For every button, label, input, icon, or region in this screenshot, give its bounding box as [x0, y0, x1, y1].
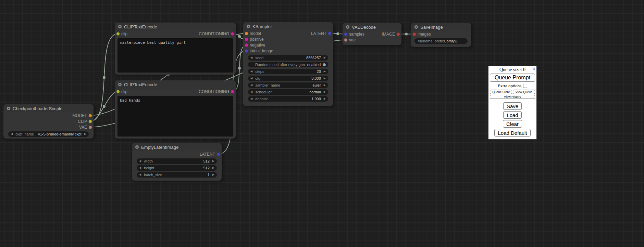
arrow-right-icon[interactable]: ▶: [324, 56, 326, 59]
node-title-bar[interactable]: KSampler: [243, 22, 333, 30]
positive-input-slot[interactable]: [245, 38, 248, 41]
sampler-name-combo-widget[interactable]: ◀ sampler_name euler ▶: [248, 82, 328, 88]
clear-button[interactable]: Clear: [503, 120, 522, 128]
widget-value: normal: [309, 90, 321, 94]
conditioning-output-slot[interactable]: [231, 32, 234, 35]
node-collapse-dot[interactable]: [118, 25, 122, 28]
widget-label: scheduler: [255, 90, 272, 94]
width-number-widget[interactable]: ◀ width 512 ▶: [137, 158, 217, 164]
node-title-bar[interactable]: VAEDecode: [343, 23, 401, 31]
view-history-button[interactable]: View History: [490, 95, 535, 99]
node-clip-text-encode-negative[interactable]: CLIPTextEncode clip CONDITIONING bad han…: [115, 80, 236, 139]
denoise-number-widget[interactable]: ◀ denoise 1.000 ▶: [248, 96, 328, 102]
extra-options-checkbox[interactable]: [523, 84, 527, 88]
extra-options-label: Extra options: [498, 83, 522, 89]
arrow-left-icon[interactable]: ◀: [250, 98, 252, 100]
arrow-right-icon[interactable]: ▶: [324, 91, 326, 93]
positive-prompt-textarea[interactable]: masterpiece best quality girl: [117, 38, 233, 73]
latent-output-slot[interactable]: [217, 153, 220, 156]
output-slot-label: CONDITIONING: [199, 89, 229, 94]
clip-input-slot[interactable]: [116, 32, 120, 35]
input-slot-label: model: [250, 31, 261, 36]
queue-prompt-button[interactable]: Queue Prompt: [490, 74, 535, 82]
batch-size-number-widget[interactable]: ◀ batch_size 1 ▶: [137, 172, 217, 178]
node-collapse-dot[interactable]: [414, 25, 418, 29]
clip-output-slot[interactable]: [89, 120, 92, 123]
arrow-left-icon[interactable]: ◀: [139, 167, 141, 169]
node-collapse-dot[interactable]: [7, 107, 10, 110]
slot-row: LATENT: [132, 151, 222, 157]
widget-value: 1.000: [311, 97, 321, 101]
load-button[interactable]: Load: [503, 111, 521, 119]
node-collapse-dot[interactable]: [346, 25, 349, 29]
arrow-right-icon[interactable]: ▶: [324, 70, 326, 73]
clip-input-slot[interactable]: [116, 90, 120, 93]
arrow-left-icon[interactable]: ◀: [250, 56, 252, 59]
arrow-right-icon[interactable]: ▶: [212, 173, 214, 176]
arrow-left-icon[interactable]: ◀: [250, 70, 252, 73]
arrow-left-icon[interactable]: ◀: [11, 133, 13, 135]
images-input-slot[interactable]: [413, 32, 416, 36]
widget-label: steps: [255, 69, 264, 74]
latent-output-slot[interactable]: [328, 32, 331, 35]
settings-gear-icon[interactable]: ⚙: [532, 67, 535, 71]
negative-prompt-textarea[interactable]: bad hands: [117, 96, 233, 136]
node-graph-canvas[interactable]: CheckpointLoaderSimple MODEL CLIP VAE ◀ …: [0, 0, 644, 247]
node-title: EmptyLatentImage: [141, 145, 178, 150]
arrow-left-icon[interactable]: ◀: [139, 173, 141, 176]
queue-front-button[interactable]: Queue Front: [490, 90, 512, 94]
node-collapse-dot[interactable]: [118, 83, 122, 86]
random-seed-toggle-widget[interactable]: Random seed after every gen enabled: [248, 62, 328, 67]
model-input-slot[interactable]: [245, 32, 248, 35]
node-title-bar[interactable]: CLIPTextEncode: [115, 23, 236, 31]
filename-prefix-text-widget[interactable]: filename_prefix ComfyUI: [414, 38, 468, 44]
node-title-bar[interactable]: SaveImage: [411, 23, 471, 31]
samples-input-slot[interactable]: [344, 32, 347, 36]
node-title-bar[interactable]: EmptyLatentImage: [132, 143, 222, 151]
slot-row: clip CONDITIONING: [115, 31, 236, 37]
latent-image-input-slot[interactable]: [245, 49, 248, 52]
node-collapse-dot[interactable]: [135, 145, 139, 149]
arrow-right-icon[interactable]: ▶: [84, 133, 86, 135]
arrow-right-icon[interactable]: ▶: [324, 84, 326, 87]
node-title-bar[interactable]: CLIPTextEncode: [115, 80, 236, 89]
node-checkpoint-loader-simple[interactable]: CheckpointLoaderSimple MODEL CLIP VAE ◀ …: [3, 104, 94, 139]
toggle-on-indicator[interactable]: [323, 63, 326, 66]
vae-input-slot[interactable]: [344, 38, 347, 41]
node-ksampler[interactable]: KSampler model LATENT positive negative …: [243, 22, 333, 106]
seed-number-widget[interactable]: ◀ seed 8566257 ▶: [248, 55, 328, 61]
input-slot-label: clip: [121, 89, 127, 94]
widget-value: 8.000: [311, 76, 321, 80]
node-empty-latent-image[interactable]: EmptyLatentImage LATENT ◀ width 512 ▶ ◀ …: [132, 143, 222, 181]
node-clip-text-encode-positive[interactable]: CLIPTextEncode clip CONDITIONING masterp…: [115, 23, 236, 75]
vae-output-slot[interactable]: [89, 126, 92, 129]
input-slot-label: vae: [349, 38, 356, 42]
load-default-button[interactable]: Load Default: [494, 129, 530, 136]
scheduler-combo-widget[interactable]: ◀ scheduler normal ▶: [248, 89, 328, 95]
arrow-left-icon[interactable]: ◀: [139, 160, 141, 162]
save-button[interactable]: Save: [503, 102, 522, 110]
node-collapse-dot[interactable]: [247, 25, 250, 28]
arrow-right-icon[interactable]: ▶: [212, 160, 214, 162]
arrow-left-icon[interactable]: ◀: [250, 84, 252, 87]
height-number-widget[interactable]: ◀ height 512 ▶: [137, 165, 217, 171]
node-save-image[interactable]: SaveImage images filename_prefix ComfyUI: [411, 23, 471, 47]
ckpt-name-combo-widget[interactable]: ◀ ckpt_name v1-5-pruned-emaonly.ckpt ▶: [8, 131, 89, 137]
arrow-left-icon[interactable]: ◀: [250, 91, 252, 93]
cfg-number-widget[interactable]: ◀ cfg 8.000 ▶: [248, 76, 328, 81]
output-slot-label: CONDITIONING: [199, 31, 229, 36]
arrow-right-icon[interactable]: ▶: [324, 98, 326, 100]
negative-input-slot[interactable]: [245, 43, 248, 47]
view-queue-button[interactable]: View Queue: [513, 90, 535, 94]
arrow-left-icon[interactable]: ◀: [250, 77, 252, 80]
input-slot-label: images: [418, 32, 431, 37]
slot-row: negative: [243, 42, 333, 48]
arrow-right-icon[interactable]: ▶: [212, 167, 214, 169]
node-title-bar[interactable]: CheckpointLoaderSimple: [3, 104, 94, 113]
steps-number-widget[interactable]: ◀ steps 20 ▶: [248, 69, 328, 74]
model-output-slot[interactable]: [89, 114, 92, 117]
arrow-right-icon[interactable]: ▶: [324, 77, 326, 80]
node-vae-decode[interactable]: VAEDecode samples IMAGE vae: [343, 23, 401, 45]
conditioning-output-slot[interactable]: [231, 90, 234, 93]
image-output-slot[interactable]: [397, 32, 400, 36]
